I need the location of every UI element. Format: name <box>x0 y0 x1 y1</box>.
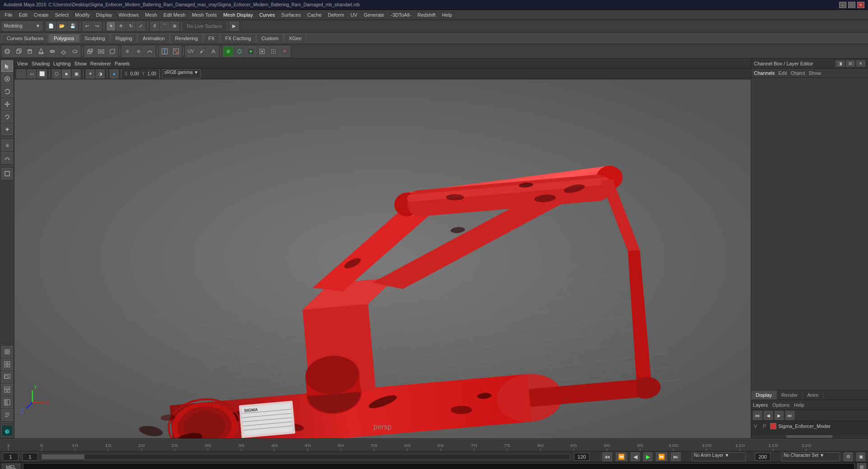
tab-fx-caching[interactable]: FX Caching <box>220 34 256 42</box>
play-fwd-btn[interactable]: ▶ <box>643 452 652 461</box>
smooth-icon[interactable] <box>144 46 155 57</box>
menu-mesh-display[interactable]: Mesh Display <box>221 11 256 18</box>
cb-object-tab[interactable]: Object <box>790 70 805 76</box>
render-btn[interactable]: ▶ <box>230 22 239 31</box>
dot-grid-icon[interactable] <box>268 46 279 57</box>
move-btn[interactable]: ✛ <box>116 22 125 31</box>
node-editor-btn[interactable] <box>1 384 13 395</box>
cb-channels-tab[interactable]: Channels <box>754 70 775 76</box>
layer-nav-last[interactable]: ⏭ <box>785 411 794 420</box>
tab-rendering[interactable]: Rendering <box>170 34 203 42</box>
menu-file[interactable]: File <box>2 11 15 18</box>
next-frame-btn[interactable]: ⏩ <box>656 452 667 461</box>
char-set-2-btn[interactable]: ▣ <box>856 452 865 461</box>
menu-create[interactable]: Create <box>31 11 51 18</box>
attribute-editor-btn[interactable] <box>1 409 13 421</box>
show-manip-btn[interactable] <box>1 168 13 179</box>
vp-lighting-btn[interactable]: ☀ <box>86 69 95 78</box>
display-tab[interactable]: Display <box>751 391 777 400</box>
play-back-btn[interactable]: ◀ <box>631 452 640 461</box>
select-tool-btn[interactable] <box>1 60 13 72</box>
menu-edit-mesh[interactable]: Edit Mesh <box>161 11 188 18</box>
close-button[interactable]: ✕ <box>857 2 864 8</box>
insert-edge-loop-icon[interactable] <box>159 46 170 57</box>
tab-sculpting[interactable]: Sculpting <box>80 34 110 42</box>
uv-editor-icon[interactable]: UV <box>185 46 196 57</box>
select-btn[interactable]: ✦ <box>106 22 115 31</box>
select-green-icon[interactable] <box>223 46 234 57</box>
tool4-icon[interactable] <box>257 46 268 57</box>
bridge-icon[interactable] <box>96 46 106 57</box>
scale-tool-btn[interactable] <box>1 124 13 135</box>
maximize-button[interactable]: □ <box>848 2 855 8</box>
menu-select[interactable]: Select <box>52 11 72 18</box>
char-set-options-btn[interactable]: ⚙ <box>844 452 853 461</box>
menu-help[interactable]: Help <box>439 11 455 18</box>
end-frame-input[interactable] <box>574 453 590 461</box>
vp-wireframe-btn[interactable]: ⬡ <box>52 69 61 78</box>
quick-layout-btn[interactable] <box>1 359 13 370</box>
soft-mod-btn[interactable] <box>1 152 13 164</box>
world-icon[interactable]: Y <box>1 425 13 437</box>
script-editor-btn[interactable]: ⊞ <box>857 463 866 469</box>
move-tool-btn[interactable] <box>1 98 13 110</box>
vp-panels-menu[interactable]: Panels <box>115 61 130 66</box>
redo-btn[interactable]: ↪ <box>92 22 102 31</box>
menu-curves[interactable]: Curves <box>257 11 278 18</box>
cb-float-btn[interactable]: ◨ <box>836 60 845 67</box>
mel-tab[interactable]: MEL <box>2 464 20 469</box>
plane-icon[interactable] <box>58 46 69 57</box>
help-label[interactable]: Help <box>794 402 804 408</box>
vp-resolution-gate-btn[interactable]: ⬜ <box>37 69 47 78</box>
tab-rigging[interactable]: Rigging <box>111 34 137 42</box>
snap-icon[interactable] <box>234 46 245 57</box>
vp-ao-btn[interactable]: ● <box>110 69 119 78</box>
menu-3dtoall[interactable]: -3DToAll- <box>388 11 414 18</box>
cb-edit-tab[interactable]: Edit <box>778 70 787 76</box>
menu-display[interactable]: Display <box>93 11 115 18</box>
snap-point-btn[interactable]: ⊕ <box>170 22 179 31</box>
layer-scrollbar[interactable] <box>751 435 868 438</box>
paint-icon[interactable]: 🖌 <box>197 46 208 57</box>
no-char-set-dropdown[interactable]: No Character Set ▼ <box>781 452 840 461</box>
vp-view-menu[interactable]: View <box>17 61 28 66</box>
vp-smooth-shade-btn[interactable]: ■ <box>62 69 71 78</box>
cube-icon[interactable] <box>13 46 24 57</box>
x-icon[interactable]: ✕ <box>279 46 290 57</box>
tab-animation[interactable]: Animation <box>138 34 170 42</box>
bevel-icon[interactable] <box>107 46 118 57</box>
cone-icon[interactable] <box>36 46 46 57</box>
menu-mesh-tools[interactable]: Mesh Tools <box>189 11 219 18</box>
menu-cache[interactable]: Cache <box>305 11 324 18</box>
menu-windows[interactable]: Windows <box>116 11 142 18</box>
vp-film-gate-btn[interactable]: ▭ <box>27 69 36 78</box>
grid-display-btn[interactable] <box>1 346 13 358</box>
menu-mesh[interactable]: Mesh <box>142 11 160 18</box>
torus-icon[interactable] <box>47 46 58 57</box>
tab-polygons[interactable]: Polygons <box>49 34 79 42</box>
sphere-icon[interactable] <box>2 46 13 57</box>
vp-textured-btn[interactable]: ▣ <box>72 69 81 78</box>
start-frame-input[interactable] <box>3 453 18 461</box>
rotate-btn[interactable]: ↻ <box>126 22 135 31</box>
tab-fx[interactable]: FX <box>203 34 220 42</box>
go-end-btn[interactable]: ⏭ <box>671 452 681 461</box>
combine-icon[interactable]: ⊕ <box>122 46 133 57</box>
menu-edit[interactable]: Edit <box>16 11 30 18</box>
snap-curve-btn[interactable]: ⌒ <box>160 22 169 31</box>
scale-btn[interactable]: ⤢ <box>136 22 145 31</box>
layer-nav-next[interactable]: ▶ <box>775 411 784 420</box>
vp-shadows-btn[interactable]: ◑ <box>96 69 105 78</box>
menu-modify[interactable]: Modify <box>72 11 92 18</box>
layer-item[interactable]: V P Sigma_Enforcer_Moder <box>752 422 867 430</box>
minimize-button[interactable]: – <box>839 2 846 8</box>
vp-show-menu[interactable]: Show <box>74 61 87 66</box>
extrude-icon[interactable] <box>84 46 95 57</box>
current-frame-input[interactable] <box>22 453 38 461</box>
anim-tab[interactable]: Anim <box>803 391 823 400</box>
undo-btn[interactable]: ↩ <box>83 22 92 31</box>
vp-lighting-menu[interactable]: Lighting <box>53 61 71 66</box>
outliner-btn[interactable] <box>1 396 13 408</box>
timeline[interactable]: 1 5 10 15 20 25 30 35 40 45 50 <box>0 438 868 451</box>
layer-nav-first[interactable]: ⏮ <box>753 411 762 420</box>
